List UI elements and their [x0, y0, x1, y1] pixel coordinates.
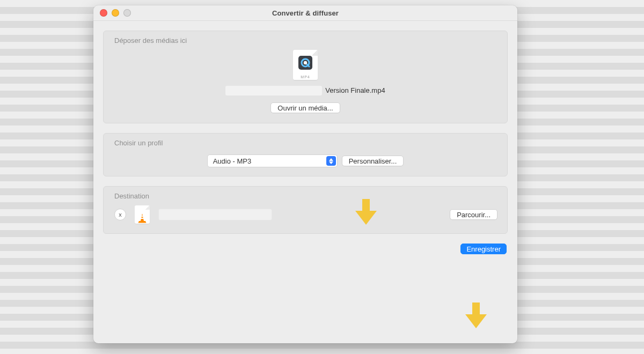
title-bar: Convertir & diffuser	[93, 5, 517, 21]
browse-button[interactable]: Parcourir...	[450, 209, 497, 220]
convert-stream-window: Convertir & diffuser Déposer des médias …	[93, 5, 517, 343]
media-file-thumbnail[interactable]: MP4	[293, 50, 318, 80]
zoom-icon	[123, 9, 131, 17]
file-path-placeholder	[225, 86, 322, 95]
window-content: Déposer des médias ici MP4 Vers	[93, 21, 517, 264]
window-controls	[100, 9, 131, 17]
window-title: Convertir & diffuser	[272, 9, 339, 17]
profile-select[interactable]: Audio - MP3	[207, 154, 338, 167]
quicktime-icon	[298, 56, 312, 70]
close-icon[interactable]	[100, 9, 107, 17]
open-media-button[interactable]: Ouvrir un média...	[270, 102, 340, 113]
destination-group: Destination x Parcourir...	[103, 186, 508, 234]
annotation-arrow-icon	[465, 303, 487, 328]
profile-title: Choisir un profil	[114, 139, 497, 147]
file-type-badge: MP4	[293, 75, 318, 79]
clear-destination-button[interactable]: x	[114, 209, 126, 220]
save-button[interactable]: Enregistrer	[460, 244, 507, 254]
destination-title: Destination	[114, 192, 497, 200]
profile-select-value: Audio - MP3	[213, 157, 252, 165]
customize-profile-button[interactable]: Personnaliser...	[342, 156, 404, 166]
destination-path-field[interactable]	[158, 209, 272, 220]
drop-zone-group: Déposer des médias ici MP4 Vers	[103, 31, 508, 123]
drop-zone-title: Déposer des médias ici	[114, 36, 497, 45]
media-file-name: Version Finale.mp4	[325, 85, 385, 96]
svg-rect-2	[141, 216, 143, 217]
vlc-cone-icon	[138, 213, 147, 224]
drop-zone-center[interactable]: MP4 Version Finale.mp4 Ouvrir un média..…	[113, 50, 497, 113]
chevron-updown-icon	[326, 156, 336, 166]
profile-group: Choisir un profil Audio - MP3 Personnali…	[103, 133, 508, 176]
svg-point-1	[304, 61, 307, 64]
destination-file-thumbnail	[135, 205, 150, 224]
svg-rect-3	[141, 218, 144, 219]
minimize-icon[interactable]	[112, 9, 119, 17]
